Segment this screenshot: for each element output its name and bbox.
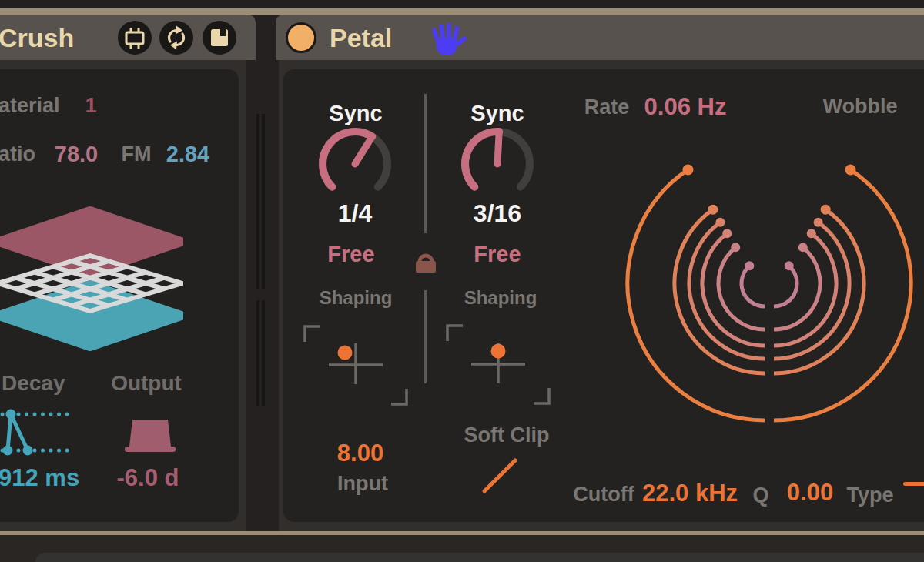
sync-value-1[interactable]: 1/4 [338, 199, 372, 228]
divider-grip-line[interactable] [256, 114, 259, 289]
max-for-live-hand-icon [429, 20, 467, 55]
sync-value-2[interactable]: 3/16 [474, 199, 521, 228]
hot-swap-icon [118, 21, 152, 55]
q-value[interactable]: 0.00 [787, 479, 833, 507]
shaping-xy-pad-1[interactable] [300, 320, 416, 411]
lfo-mode-1[interactable]: Free [327, 242, 374, 267]
output-label: Output [111, 371, 182, 396]
petal-device-activator[interactable] [286, 22, 316, 53]
top-divider-bar[interactable] [0, 8, 924, 15]
filter-type-icon[interactable] [903, 482, 924, 486]
top-strip [0, 0, 924, 8]
rate-label: Rate [584, 95, 630, 119]
divider-grip-line[interactable] [262, 300, 265, 406]
sync-knob-2[interactable] [455, 122, 540, 206]
bottom-panel-edge [35, 553, 924, 562]
ratio-value[interactable]: 78.0 [55, 142, 98, 167]
crush-layers-visualization [0, 202, 183, 356]
device-view: Crush aterial 1 atio 78.0 FM 2.84 [0, 0, 924, 562]
divider-grip-line[interactable] [262, 114, 265, 289]
cutoff-value[interactable]: 22.0 kHz [642, 480, 738, 507]
type-label: Type [846, 483, 893, 507]
shaping-label-1: Shaping [320, 287, 393, 309]
shaping-label-2: Shaping [464, 287, 537, 309]
save-icon [203, 21, 236, 55]
divider-grip-line[interactable] [256, 300, 259, 406]
fm-label: FM [122, 142, 152, 166]
soft-clip-curve[interactable] [477, 453, 524, 496]
soft-clip-label: Soft Clip [464, 423, 550, 447]
sync-knob-1[interactable] [313, 122, 397, 206]
hot-swap-button[interactable] [118, 21, 152, 55]
link-lock-icon[interactable] [413, 251, 439, 274]
column-divider-line [424, 94, 427, 233]
wobble-petal-visualization[interactable] [612, 139, 924, 450]
cutoff-label: Cutoff [573, 483, 634, 507]
material-value[interactable]: 1 [85, 94, 96, 118]
lfo-mode-2[interactable]: Free [474, 242, 521, 267]
output-level-icon[interactable] [122, 417, 179, 454]
output-value[interactable]: -6.0 d [117, 464, 179, 492]
column-divider-line [424, 290, 427, 383]
rate-value[interactable]: 0.06 Hz [644, 93, 727, 121]
decay-label: Decay [2, 371, 65, 396]
input-label: Input [337, 472, 388, 496]
save-preset-button[interactable] [203, 21, 236, 55]
randomize-icon [159, 21, 193, 55]
fm-value[interactable]: 2.84 [166, 142, 209, 167]
randomize-button[interactable] [159, 21, 193, 55]
petal-title: Petal [330, 23, 392, 53]
decay-value[interactable]: 912 ms [0, 464, 79, 492]
wobble-label: Wobble [823, 95, 898, 119]
material-label: aterial [0, 94, 60, 118]
crush-title: Crush [0, 23, 74, 53]
ratio-label: atio [0, 142, 35, 166]
shaping-xy-pad-2[interactable] [443, 319, 558, 410]
q-label: Q [752, 483, 768, 507]
decay-envelope-graphic[interactable] [0, 405, 73, 459]
input-value[interactable]: 8.00 [337, 440, 383, 467]
